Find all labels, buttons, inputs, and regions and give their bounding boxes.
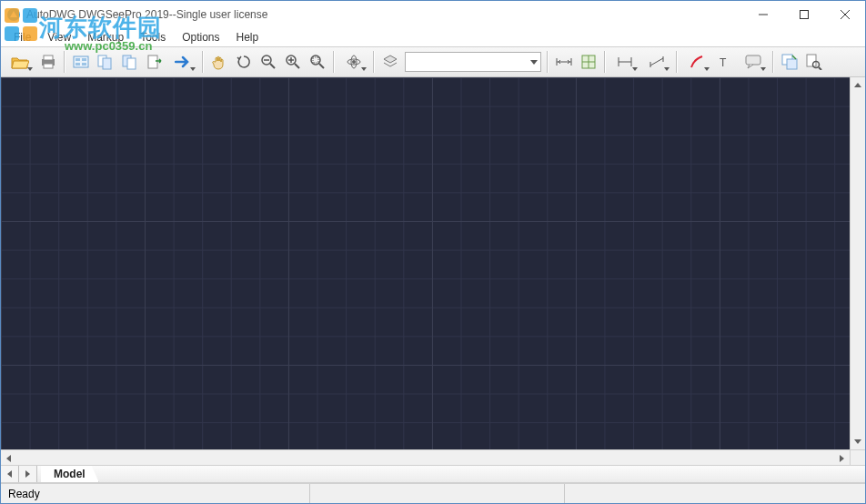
dimension-linear-button[interactable] — [609, 50, 640, 74]
scroll-track[interactable] — [851, 93, 865, 434]
drawing-canvas[interactable] — [1, 77, 850, 449]
menu-markup[interactable]: Markup — [80, 29, 131, 45]
chevron-down-icon — [704, 67, 710, 71]
scroll-left-button[interactable] — [1, 450, 16, 466]
svg-rect-11 — [44, 64, 53, 68]
export-button[interactable] — [143, 50, 166, 74]
horizontal-scrollbar[interactable] — [1, 450, 850, 465]
dimension-aligned-icon — [649, 55, 665, 68]
toolbar-separator — [202, 51, 204, 73]
compare-b-icon — [122, 54, 138, 70]
chevron-down-icon — [361, 67, 367, 71]
svg-point-34 — [352, 60, 356, 64]
menu-help[interactable]: Help — [229, 29, 267, 45]
vertical-scrollbar[interactable] — [850, 77, 865, 449]
open-button[interactable] — [5, 50, 35, 74]
compare-a-button[interactable] — [94, 50, 117, 74]
export-icon — [146, 54, 163, 70]
svg-line-53 — [819, 67, 821, 70]
browse-button[interactable] — [69, 50, 93, 74]
search-button[interactable] — [802, 50, 826, 74]
scroll-track[interactable] — [16, 450, 834, 465]
zoom-window-button[interactable] — [306, 50, 329, 74]
status-rest — [565, 484, 865, 503]
view3d-icon — [346, 54, 362, 70]
toolbar-separator — [772, 51, 774, 73]
layers-icon — [382, 54, 398, 70]
svg-rect-20 — [127, 58, 136, 69]
compare-b-button[interactable] — [118, 50, 142, 74]
tab-model[interactable]: Model — [41, 466, 99, 482]
scroll-up-button[interactable] — [851, 77, 865, 93]
measure-area-icon — [580, 54, 597, 70]
toolbar-separator — [64, 51, 65, 73]
canvas-grid — [1, 77, 850, 449]
text-tool-button[interactable]: T — [713, 50, 737, 74]
menu-options[interactable]: Options — [175, 29, 227, 45]
scroll-right-button[interactable] — [834, 450, 850, 466]
menubar: File View Markup Tools Options Help — [1, 28, 865, 46]
chevron-down-icon — [760, 67, 766, 71]
app-window: 河东软件园 www.pc0359.cn AutoDWG DWGSeePro 20… — [0, 0, 866, 504]
menu-tools[interactable]: Tools — [133, 29, 173, 45]
browse-icon — [73, 54, 89, 70]
app-icon — [6, 7, 21, 22]
svg-line-26 — [295, 64, 299, 68]
svg-line-44 — [650, 58, 663, 66]
toolbar-separator — [333, 51, 335, 73]
pan-button[interactable] — [207, 50, 231, 74]
scroll-down-button[interactable] — [851, 434, 865, 449]
toolbar-separator — [373, 51, 375, 73]
menu-view[interactable]: View — [40, 29, 78, 45]
titlebar: AutoDWG DWGSeePro 2019--Single user lice… — [1, 1, 865, 28]
svg-rect-6 — [800, 11, 808, 19]
maximize-button[interactable] — [783, 1, 824, 28]
svg-rect-16 — [82, 63, 86, 66]
zoom-out-button[interactable] — [257, 50, 280, 74]
zoom-in-button[interactable] — [281, 50, 305, 74]
minimize-button[interactable] — [742, 1, 783, 28]
status-ready: Ready — [1, 484, 310, 503]
view3d-button[interactable] — [338, 50, 369, 74]
close-button[interactable] — [824, 1, 865, 28]
chevron-right-icon — [25, 470, 30, 478]
svg-rect-15 — [76, 63, 80, 66]
maximize-icon — [800, 10, 809, 19]
measure-distance-button[interactable] — [552, 50, 576, 74]
svg-rect-18 — [103, 58, 111, 69]
svg-text:T: T — [720, 56, 727, 69]
window-title: AutoDWG DWGSeePro 2019--Single user lice… — [26, 8, 742, 21]
copy-view-button[interactable] — [778, 50, 801, 74]
dimension-linear-icon — [617, 55, 633, 68]
markup-pen-button[interactable] — [681, 50, 712, 74]
svg-rect-14 — [82, 58, 86, 61]
svg-rect-21 — [148, 55, 157, 68]
layers-toggle-button[interactable] — [378, 50, 402, 74]
chevron-down-icon — [530, 60, 538, 65]
tab-prev-button[interactable] — [1, 466, 19, 482]
svg-rect-51 — [807, 55, 816, 66]
svg-line-23 — [270, 64, 275, 68]
svg-rect-50 — [787, 59, 797, 69]
status-coords — [310, 484, 565, 503]
dimension-aligned-button[interactable] — [641, 50, 672, 74]
print-icon — [40, 54, 56, 70]
rotate-button[interactable] — [232, 50, 256, 74]
print-button[interactable] — [36, 50, 60, 74]
search-icon — [806, 54, 822, 70]
svg-rect-48 — [746, 55, 760, 65]
comment-button[interactable] — [738, 50, 769, 74]
tab-next-button[interactable] — [19, 466, 37, 482]
workspace: Model — [1, 77, 865, 483]
menu-file[interactable]: File — [6, 29, 38, 45]
chevron-right-icon — [840, 455, 844, 462]
pan-hand-icon — [211, 54, 227, 70]
svg-rect-13 — [76, 58, 80, 61]
measure-area-button[interactable] — [577, 50, 600, 74]
zoom-out-icon — [260, 54, 277, 70]
layer-combo[interactable] — [405, 52, 541, 72]
nav-arrow-button[interactable] — [167, 50, 198, 74]
svg-rect-12 — [74, 56, 88, 67]
zoom-in-icon — [285, 54, 301, 70]
chevron-down-icon — [854, 439, 861, 444]
